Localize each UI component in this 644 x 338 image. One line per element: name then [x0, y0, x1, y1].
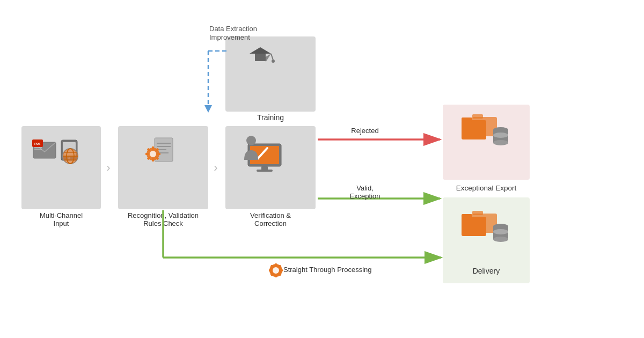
- delivery-label: Delivery: [473, 267, 500, 275]
- svg-point-25: [150, 151, 156, 157]
- svg-point-57: [493, 140, 508, 145]
- svg-rect-61: [462, 217, 486, 236]
- svg-rect-60: [472, 211, 483, 215]
- data-extraction-label: Data Extraction: [209, 25, 257, 33]
- verification-box: [225, 126, 316, 209]
- svg-rect-32: [145, 153, 149, 155]
- svg-point-65: [493, 237, 508, 242]
- svg-text:PDF: PDF: [34, 142, 41, 145]
- svg-point-66: [493, 229, 508, 234]
- svg-text:Correction: Correction: [254, 219, 287, 227]
- input-box: [21, 126, 101, 209]
- svg-text:Improvement: Improvement: [209, 33, 250, 41]
- svg-rect-71: [280, 269, 283, 271]
- stp-label: Straight Through Processing: [283, 266, 372, 274]
- training-box: [225, 36, 316, 112]
- svg-rect-73: [275, 275, 277, 277]
- svg-rect-30: [152, 158, 154, 161]
- svg-rect-75: [269, 269, 272, 271]
- svg-rect-53: [462, 120, 486, 139]
- svg-point-58: [493, 133, 508, 138]
- svg-rect-52: [472, 114, 483, 119]
- exceptional-label: Exceptional Export: [456, 184, 517, 192]
- svg-rect-38: [257, 170, 273, 172]
- dashed-arrow-head: [204, 105, 212, 113]
- svg-rect-54: [462, 117, 472, 122]
- valid-exception-label: Valid,: [356, 184, 374, 192]
- svg-rect-62: [462, 214, 472, 218]
- training-label: Training: [257, 113, 284, 122]
- svg-text:Exception: Exception: [349, 192, 380, 200]
- arrow-2: ›: [214, 161, 217, 174]
- svg-point-45: [272, 60, 275, 63]
- rejected-label: Rejected: [351, 127, 378, 135]
- svg-rect-26: [152, 146, 154, 150]
- verification-label: Verification &: [250, 211, 291, 219]
- svg-point-39: [246, 136, 256, 145]
- input-label: Multi-Channel: [40, 211, 83, 219]
- arrow-1: ›: [106, 161, 110, 174]
- exceptional-box: [443, 105, 530, 180]
- svg-rect-69: [275, 263, 277, 266]
- svg-text:Input: Input: [54, 219, 69, 227]
- diagram: PDF Multi-Channel Input ›: [0, 0, 644, 338]
- svg-rect-42: [255, 54, 266, 61]
- svg-point-68: [273, 267, 279, 274]
- svg-rect-28: [157, 153, 160, 155]
